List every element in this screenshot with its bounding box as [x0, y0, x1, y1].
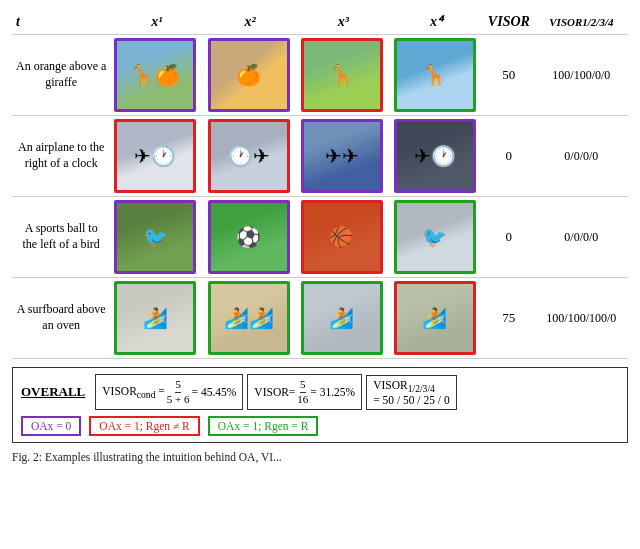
overall-label: OVERALL: [21, 384, 85, 400]
img-cell-2-0: 🐦: [110, 197, 203, 278]
col-header-visor: VISOR: [483, 10, 535, 35]
legend-row: OAx = 0 OAx = 1; Rgen ≠ R OAx = 1; Rgen …: [21, 416, 619, 436]
img-box: 🏄🏄: [208, 281, 290, 355]
img-cell-0-3: 🦒: [390, 35, 483, 116]
visor-formula: VISOR= 5 16 = 31.25%: [247, 374, 362, 410]
img-box: 🍊: [208, 38, 290, 112]
figure-caption: Fig. 2: Examples illustrating the intuit…: [12, 449, 628, 465]
visor-cond-formula: VISORcond = 5 5 + 6 = 45.45%: [95, 374, 243, 410]
visor-sub-score-2: 0/0/0/0: [535, 197, 628, 278]
col-header-t: t: [12, 10, 110, 35]
col-header-x2: x²: [204, 10, 297, 35]
img-box: 🏄: [301, 281, 383, 355]
img-cell-3-2: 🏄: [297, 278, 390, 359]
img-cell-3-3: 🏄: [390, 278, 483, 359]
visor-sub-score-3: 100/100/100/0: [535, 278, 628, 359]
col-header-x1: x¹: [110, 10, 203, 35]
img-cell-1-2: ✈✈: [297, 116, 390, 197]
table-row: A sports ball to the left of a bird🐦⚽🏀🐦0…: [12, 197, 628, 278]
img-box: 🐦: [114, 200, 196, 274]
visor-score-1: 0: [483, 116, 535, 197]
table-row: An airplane to the right of a clock✈🕐🕐✈✈…: [12, 116, 628, 197]
img-box: 🏄: [394, 281, 476, 355]
legend-item-purple: OAx = 0: [21, 416, 81, 436]
img-cell-2-3: 🐦: [390, 197, 483, 278]
legend-item-red: OAx = 1; Rgen ≠ R: [89, 416, 199, 436]
img-cell-3-1: 🏄🏄: [204, 278, 297, 359]
table-row: A surfboard above an oven🏄🏄🏄🏄🏄75100/100/…: [12, 278, 628, 359]
visor-score-3: 75: [483, 278, 535, 359]
img-cell-2-2: 🏀: [297, 197, 390, 278]
legend-item-green: OAx = 1; Rgen = R: [208, 416, 319, 436]
img-box: 🐦: [394, 200, 476, 274]
img-box: 🕐✈: [208, 119, 290, 193]
img-cell-0-0: 🦒🍊: [110, 35, 203, 116]
row-label-0: An orange above a giraffe: [12, 35, 110, 116]
visor-sub-score-1: 0/0/0/0: [535, 116, 628, 197]
img-box: ✈🕐: [394, 119, 476, 193]
img-cell-1-1: 🕐✈: [204, 116, 297, 197]
col-header-x4: x⁴: [390, 10, 483, 35]
visor-score-0: 50: [483, 35, 535, 116]
row-label-3: A surfboard above an oven: [12, 278, 110, 359]
img-box: ✈🕐: [114, 119, 196, 193]
visor-sub-score-0: 100/100/0/0: [535, 35, 628, 116]
img-box: 🦒🍊: [114, 38, 196, 112]
visor-sub-formula: VISOR1/2/3/4= 50 / 50 / 25 / 0: [366, 375, 456, 410]
overall-section: OVERALL VISORcond = 5 5 + 6 = 45.45% VIS…: [12, 367, 628, 443]
row-label-1: An airplane to the right of a clock: [12, 116, 110, 197]
img-box: 🦒: [301, 38, 383, 112]
img-box: 🏄: [114, 281, 196, 355]
img-cell-0-1: 🍊: [204, 35, 297, 116]
table-row: An orange above a giraffe🦒🍊🍊🦒🦒50100/100/…: [12, 35, 628, 116]
img-box: 🦒: [394, 38, 476, 112]
img-cell-0-2: 🦒: [297, 35, 390, 116]
img-box: ✈✈: [301, 119, 383, 193]
col-header-x3: x³: [297, 10, 390, 35]
img-cell-1-0: ✈🕐: [110, 116, 203, 197]
img-cell-2-1: ⚽: [204, 197, 297, 278]
main-results-table: t x¹ x² x³ x⁴ VISOR VISOR1/2/3/4 An oran…: [12, 10, 628, 359]
visor-score-2: 0: [483, 197, 535, 278]
row-label-2: A sports ball to the left of a bird: [12, 197, 110, 278]
col-header-visor-sub: VISOR1/2/3/4: [535, 10, 628, 35]
img-cell-1-3: ✈🕐: [390, 116, 483, 197]
img-box: 🏀: [301, 200, 383, 274]
img-box: ⚽: [208, 200, 290, 274]
img-cell-3-0: 🏄: [110, 278, 203, 359]
